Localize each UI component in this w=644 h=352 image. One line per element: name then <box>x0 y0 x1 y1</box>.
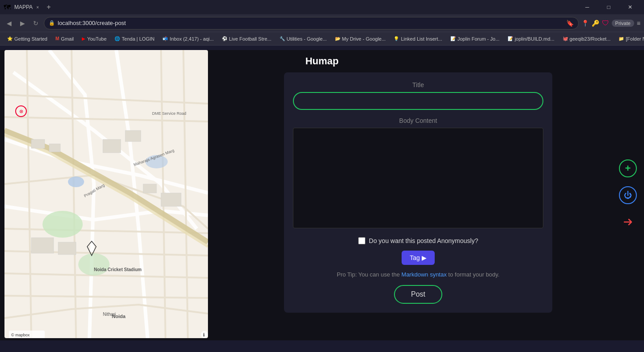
key-icon[interactable]: 🔑 <box>592 20 599 27</box>
address-bar[interactable]: 🔒 localhost:3000/create-post 🔖 <box>44 17 579 29</box>
bookmark-linked-list[interactable]: 💡 Linked List Insert... <box>390 35 445 42</box>
bookmark-label: geeqib23/Rocket... <box>570 36 611 42</box>
shield-icon[interactable]: 🛡 <box>602 19 609 27</box>
bookmark-label: Live Football Stre... <box>229 36 271 42</box>
svg-rect-9 <box>143 184 157 193</box>
svg-text:© mapbox: © mapbox <box>11 333 30 337</box>
tag-row: Tag ▶ <box>293 251 543 265</box>
bookmark-joplin-build[interactable]: 📝 joplin/BUILD.md... <box>504 35 558 42</box>
anonymous-row: Do you want this posted Anonymously? <box>293 237 543 244</box>
body-label: Body Content <box>293 117 543 124</box>
bookmark-icon[interactable]: 🔖 <box>566 20 574 27</box>
bookmark-star-icon: ⭐ <box>7 36 13 41</box>
svg-text:ℹ: ℹ <box>203 332 205 337</box>
pro-tip-suffix: to format your body. <box>447 271 500 278</box>
svg-rect-12 <box>58 242 76 255</box>
forward-btn[interactable]: ▶ <box>17 18 28 29</box>
bookmark-drive[interactable]: 📂 My Drive - Google... <box>331 35 390 42</box>
close-btn[interactable]: ✕ <box>620 0 640 14</box>
power-icon-btn[interactable]: ⏻ <box>619 186 637 204</box>
bookmark-youtube[interactable]: ▶ YouTube <box>78 35 110 42</box>
pro-tip-text: Pro Tip: You can use the <box>337 271 402 278</box>
svg-rect-10 <box>161 193 181 206</box>
svg-text:Noida Cricket Stadium: Noida Cricket Stadium <box>94 267 142 272</box>
title-input[interactable] <box>293 92 543 110</box>
svg-rect-11 <box>31 238 54 253</box>
nav-right-controls: 📍 🔑 🛡 Private ≡ <box>581 19 640 27</box>
tab-close-btn[interactable]: × <box>36 5 39 10</box>
svg-point-2 <box>78 253 110 276</box>
bookmark-label: [Folder Name] <box>626 36 644 42</box>
power-icon: ⏻ <box>624 191 632 200</box>
bookmark-geeqib-icon: 🐙 <box>563 36 568 41</box>
private-badge[interactable]: Private <box>612 20 634 27</box>
bookmark-label: Tenda | LOGIN <box>122 36 154 42</box>
bookmark-joplin-forum[interactable]: 📝 Joplin Forum - Jo... <box>447 35 503 42</box>
bookmark-gmail[interactable]: M Gmail <box>52 35 77 42</box>
page-header: Humap <box>0 50 644 72</box>
share-icon-btn[interactable] <box>619 213 637 231</box>
bookmark-football[interactable]: ⚽ Live Football Stre... <box>218 35 275 42</box>
share-icon <box>621 215 635 229</box>
bookmark-label: Getting Started <box>14 36 47 42</box>
refresh-btn[interactable]: ↻ <box>30 18 41 29</box>
map-container[interactable]: Pragati Marg Maharaja Agrasen Marg Noida… <box>4 50 208 338</box>
bookmark-getting-started[interactable]: ⭐ Getting Started <box>4 35 51 42</box>
bookmark-linked-icon: 💡 <box>394 36 399 41</box>
svg-text:DME Service Road: DME Service Road <box>152 111 186 116</box>
bookmark-inbox[interactable]: 📬 Inbox (2,417) - aqi... <box>159 35 217 42</box>
bookmark-tenda-icon: 🌐 <box>114 36 120 41</box>
bookmark-utilities[interactable]: 🔧 Utilities - Google... <box>276 35 330 42</box>
bookmark-label: joplin/BUILD.md... <box>515 36 555 42</box>
svg-text:⊗: ⊗ <box>19 109 23 114</box>
add-icon-btn[interactable]: + <box>619 159 637 177</box>
lock-icon: 🔒 <box>49 20 55 26</box>
bookmark-folder-icon: 📁 <box>619 36 624 41</box>
nav-bar: ◀ ▶ ↻ 🔒 localhost:3000/create-post 🔖 📍 🔑… <box>0 14 644 32</box>
tab-title: MAPPA <box>14 4 33 10</box>
bookmark-label: Joplin Forum - Jo... <box>458 36 500 42</box>
bookmark-joplin-build-icon: 📝 <box>508 36 513 41</box>
svg-rect-8 <box>125 130 141 142</box>
tag-arrow-icon: ▶ <box>422 254 427 261</box>
bookmark-label: Gmail <box>61 36 74 42</box>
svg-rect-6 <box>49 144 60 152</box>
right-sidebar: + ⏻ <box>619 159 637 231</box>
tag-label: Tag <box>410 254 420 261</box>
svg-point-3 <box>68 176 84 187</box>
body-textarea[interactable] <box>293 128 543 228</box>
tag-button[interactable]: Tag ▶ <box>402 251 435 265</box>
bookmark-label: Linked List Insert... <box>401 36 442 42</box>
svg-rect-5 <box>31 139 45 148</box>
svg-point-1 <box>42 211 83 238</box>
back-btn[interactable]: ◀ <box>4 18 14 29</box>
bookmark-joplin-forum-icon: 📝 <box>450 36 456 41</box>
add-icon: + <box>625 163 631 174</box>
main-area: Humap <box>0 50 644 340</box>
menu-icon[interactable]: ≡ <box>637 20 640 27</box>
bookmark-inbox-icon: 📬 <box>162 36 168 41</box>
post-button[interactable]: Post <box>394 285 442 304</box>
bookmark-label: Utilities - Google... <box>287 36 327 42</box>
page-title: Humap <box>305 55 339 67</box>
bookmark-tenda[interactable]: 🌐 Tenda | LOGIN <box>111 35 158 42</box>
bookmark-folder[interactable]: 📁 [Folder Name] <box>615 35 644 42</box>
bookmark-youtube-icon: ▶ <box>82 36 85 41</box>
anonymous-checkbox[interactable] <box>358 237 365 244</box>
bookmarks-bar: ⭐ Getting Started M Gmail ▶ YouTube 🌐 Te… <box>0 32 644 46</box>
maximize-btn[interactable]: □ <box>598 0 619 14</box>
map-svg: Pragati Marg Maharaja Agrasen Marg Noida… <box>4 50 208 338</box>
anonymous-label: Do you want this posted Anonymously? <box>369 237 478 244</box>
new-tab-btn[interactable]: + <box>42 1 55 13</box>
bookmark-geeqib[interactable]: 🐙 geeqib23/Rocket... <box>559 35 614 42</box>
bookmark-utilities-icon: 🔧 <box>280 36 285 41</box>
map-area: Pragati Marg Maharaja Agrasen Marg Noida… <box>0 50 210 340</box>
title-label: Title <box>293 81 543 88</box>
bookmark-drive-icon: 📂 <box>335 36 340 41</box>
pro-tip: Pro Tip: You can use the Markdown syntax… <box>293 271 543 278</box>
minimize-btn[interactable]: ─ <box>577 0 597 14</box>
tab-favicon: 🗺 <box>4 4 11 11</box>
bookmark-label: My Drive - Google... <box>342 36 386 42</box>
location-icon[interactable]: 📍 <box>581 20 589 27</box>
markdown-link[interactable]: Markdown syntax <box>402 271 447 278</box>
